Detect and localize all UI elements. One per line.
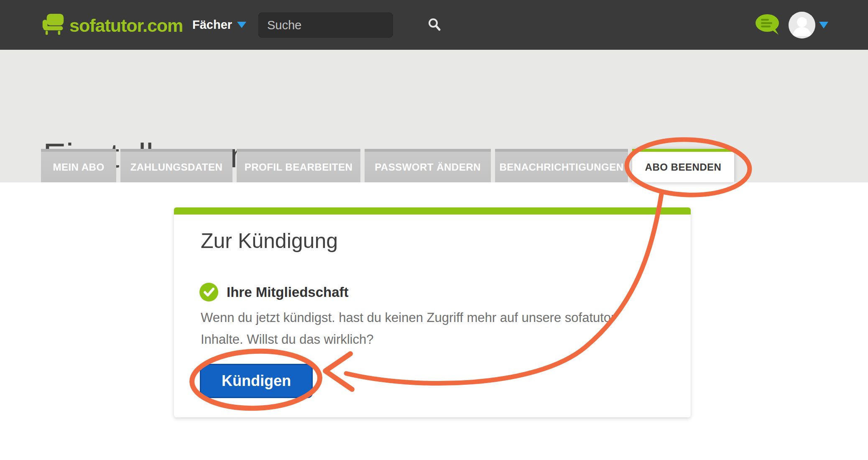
tab-passwort-aendern[interactable]: PASSWORT ÄNDERN [365, 149, 491, 182]
nav-subjects-label: Fächer [192, 18, 232, 32]
top-navigation-bar: sofatutor.com Fächer [0, 0, 868, 50]
tab-profil-bearbeiten[interactable]: PROFIL BEARBEITEN [237, 149, 360, 182]
settings-tab-bar: MEIN ABO ZAHLUNGSDATEN PROFIL BEARBEITEN… [41, 149, 734, 182]
brand-wordmark: sofatutor.com [69, 15, 183, 36]
chevron-down-icon [237, 22, 246, 28]
account-menu-caret-icon[interactable] [819, 22, 828, 28]
settings-header-section: Einstellungen MEIN ABO ZAHLUNGSDATEN PRO… [0, 50, 868, 182]
card-accent-bar [174, 207, 691, 215]
messages-button[interactable] [755, 13, 781, 36]
warning-line-1: Wenn du jetzt kündigst. hast du keinen Z… [201, 307, 615, 329]
person-avatar-icon [789, 33, 815, 38]
cancellation-warning-text: Wenn du jetzt kündigst. hast du keinen Z… [201, 307, 615, 350]
settings-page: sofatutor.com Fächer [0, 0, 868, 460]
card-title: Zur Kündigung [201, 229, 338, 253]
nav-subjects-dropdown[interactable]: Fächer [192, 0, 246, 50]
search-button[interactable] [425, 13, 444, 37]
check-circle-icon [199, 283, 218, 302]
cancellation-card: Zur Kündigung Ihre Mitgliedschaft Wenn d… [174, 207, 691, 417]
sofatutor-logo[interactable]: sofatutor.com [42, 13, 183, 38]
search-box [258, 13, 393, 38]
kuendigen-button[interactable]: Kündigen [200, 364, 313, 398]
warning-line-2: Inhalte. Willst du das wirklich? [201, 329, 615, 350]
speech-bubble-icon [755, 30, 781, 37]
tab-abo-beenden[interactable]: ABO BEENDEN [632, 149, 734, 182]
account-avatar[interactable] [789, 12, 815, 38]
sofa-couch-icon [42, 13, 64, 38]
tab-mein-abo[interactable]: MEIN ABO [41, 149, 116, 182]
search-input[interactable] [259, 18, 425, 32]
tab-zahlungsdaten[interactable]: ZAHLUNGSDATEN [120, 149, 232, 182]
membership-heading: Ihre Mitgliedschaft [227, 284, 349, 300]
tab-benachrichtigungen[interactable]: BENACHRICHTIGUNGEN [495, 149, 628, 182]
search-icon [427, 18, 442, 33]
membership-status-row: Ihre Mitgliedschaft [199, 283, 349, 302]
